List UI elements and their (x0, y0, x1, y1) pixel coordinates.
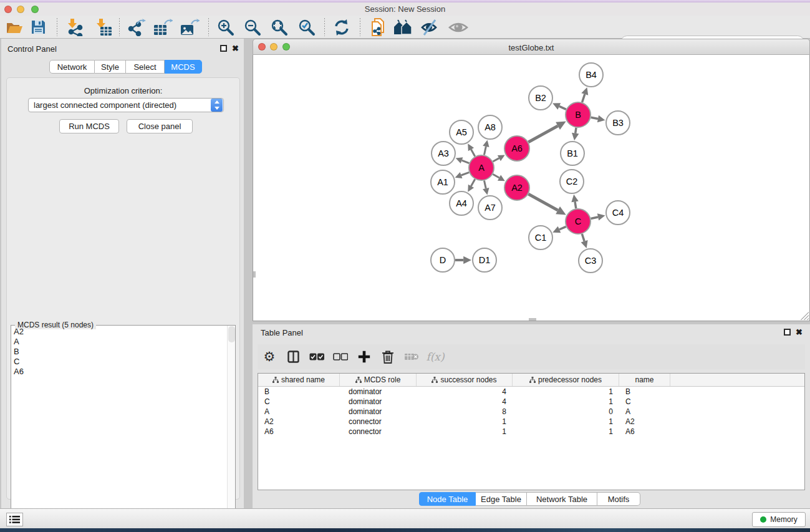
graph-edge-B-B2[interactable] (559, 106, 566, 109)
first-neighbors-button[interactable] (393, 17, 414, 37)
column-header[interactable]: name (619, 374, 670, 386)
graph-node-B3[interactable]: B3 (606, 111, 630, 135)
network-canvas[interactable]: B4B2BB3A8A5A6B1A3AC2A1A2A4A7C4CC1C3DD1 (253, 55, 810, 321)
graph-edge-B-B1[interactable] (576, 128, 576, 133)
list-item[interactable]: C (11, 357, 226, 367)
memory-button[interactable]: Memory (752, 512, 806, 527)
graph-node-B2[interactable]: B2 (529, 86, 552, 110)
new-network-from-selection-button[interactable] (368, 17, 389, 37)
list-item[interactable]: B (11, 347, 226, 357)
add-row-button[interactable] (352, 347, 376, 367)
float-panel-icon[interactable] (220, 45, 227, 52)
graph-node-C1[interactable]: C1 (529, 226, 552, 249)
graph-edge-A-A1[interactable] (461, 172, 470, 175)
table-row[interactable]: Cdominator 41 C (258, 397, 804, 407)
graph-node-B4[interactable]: B4 (579, 63, 603, 87)
graph-node-C4[interactable]: C4 (606, 201, 630, 225)
close-table-panel-icon[interactable]: ✖ (796, 329, 803, 336)
tab-network-table[interactable]: Network Table (527, 492, 597, 506)
resize-grip-icon[interactable] (801, 312, 809, 320)
list-item[interactable]: A6 (11, 367, 226, 377)
table-row[interactable]: Adominator 80 A (258, 407, 804, 417)
select-all-button[interactable] (305, 347, 329, 367)
refresh-button[interactable] (331, 17, 352, 37)
close-panel-icon[interactable]: ✖ (232, 45, 239, 52)
table-row[interactable]: Bdominator 41 B (258, 387, 804, 397)
column-header[interactable]: predecessor nodes (513, 374, 619, 386)
zoom-selected-button[interactable] (296, 17, 317, 37)
delete-button[interactable] (376, 347, 400, 367)
graph-edge-A-A3[interactable] (462, 160, 470, 163)
column-header[interactable]: shared name (258, 374, 340, 386)
graph-node-A8[interactable]: A8 (478, 115, 502, 139)
graph-node-C3[interactable]: C3 (579, 249, 602, 273)
graph-node-A2[interactable]: A2 (504, 175, 529, 200)
function-builder-button[interactable]: f(x) (423, 347, 447, 367)
open-file-button[interactable] (4, 17, 25, 37)
graph-edge-B-B4[interactable] (582, 94, 585, 102)
task-history-button[interactable] (6, 513, 23, 526)
graph-node-A4[interactable]: A4 (450, 191, 473, 215)
graph-edge-A-A7[interactable] (484, 181, 486, 189)
deselect-all-button[interactable] (329, 347, 352, 367)
tab-edge-table[interactable]: Edge Table (476, 492, 527, 506)
graph-node-B[interactable]: B (566, 102, 591, 127)
list-item[interactable]: A2 (11, 327, 226, 337)
graph-node-D[interactable]: D (431, 248, 455, 272)
table-row[interactable]: A2connector 11 A2 (258, 417, 804, 427)
graph-edge-A-A4[interactable] (471, 179, 475, 186)
graph-node-B1[interactable]: B1 (561, 142, 584, 165)
graph-node-A[interactable]: A (469, 155, 494, 180)
graph-edge-A6-B[interactable] (528, 126, 557, 142)
graph-node-A5[interactable]: A5 (450, 120, 473, 144)
criterion-select[interactable]: largest connected component (directed) (28, 98, 224, 112)
tab-motifs[interactable]: Motifs (597, 492, 640, 506)
tab-network[interactable]: Network (49, 60, 95, 74)
tab-node-table[interactable]: Node Table (419, 492, 476, 506)
export-table-button[interactable] (152, 17, 173, 37)
network-window-titlebar[interactable]: testGlobe.txt (253, 39, 810, 55)
zoom-fit-button[interactable] (269, 17, 290, 37)
graph-edge-C-C3[interactable] (582, 234, 584, 241)
graph-node-A3[interactable]: A3 (432, 142, 455, 165)
table-settings-button[interactable]: ⚙ (258, 347, 281, 367)
graph-node-C[interactable]: C (566, 209, 591, 234)
canvas-bottom-scroll-nub[interactable] (529, 318, 536, 321)
network-graph[interactable]: B4B2BB3A8A5A6B1A3AC2A1A2A4A7C4CC1C3DD1 (253, 55, 809, 320)
tab-mcds[interactable]: MCDS (165, 60, 202, 74)
graph-node-C2[interactable]: C2 (560, 170, 584, 193)
graph-node-A1[interactable]: A1 (431, 170, 455, 194)
graph-edge-B-B3[interactable] (591, 117, 598, 118)
close-panel-button[interactable]: Close panel (127, 119, 193, 133)
table-row[interactable]: A6connector 11 A6 (258, 427, 804, 437)
graph-edge-C-C2[interactable] (575, 201, 576, 208)
zoom-out-button[interactable] (242, 17, 263, 37)
tab-style[interactable]: Style (95, 60, 126, 74)
tab-select[interactable]: Select (126, 60, 165, 74)
list-item[interactable]: A (11, 337, 226, 347)
graph-edge-A-A8[interactable] (484, 147, 486, 155)
graph-node-D1[interactable]: D1 (473, 248, 496, 272)
export-image-button[interactable] (179, 17, 200, 37)
birds-eye-view-button[interactable] (448, 17, 469, 37)
graph-edge-A-A6[interactable] (493, 158, 499, 162)
import-table-button[interactable] (93, 17, 114, 37)
export-network-button[interactable] (125, 17, 147, 37)
show-columns-button[interactable] (281, 347, 305, 367)
import-network-button[interactable] (64, 17, 85, 37)
zoom-in-button[interactable] (215, 17, 236, 37)
graph-edge-A-A2[interactable] (493, 174, 499, 178)
graph-node-A6[interactable]: A6 (504, 136, 529, 161)
graph-node-A7[interactable]: A7 (478, 196, 502, 220)
graph-edge-C-C4[interactable] (591, 217, 599, 219)
float-table-panel-icon[interactable] (784, 329, 791, 336)
graph-edge-A2-C[interactable] (528, 194, 557, 210)
hide-details-button[interactable] (420, 17, 441, 37)
run-mcds-button[interactable]: Run MCDS (59, 119, 119, 133)
delete-column-button[interactable] (400, 347, 423, 367)
graph-edge-A-A5[interactable] (471, 150, 475, 157)
result-scrollbar[interactable] (227, 326, 235, 532)
column-header[interactable]: successor nodes (417, 374, 513, 386)
graph-edge-C-C1[interactable] (559, 226, 566, 230)
column-header[interactable]: MCDS role (340, 374, 417, 386)
